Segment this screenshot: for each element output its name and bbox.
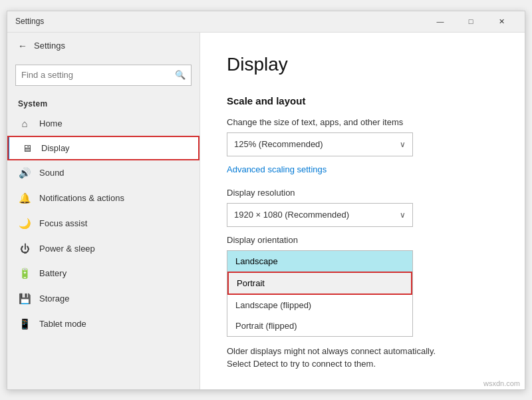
- sidebar-item-label: Sound: [39, 168, 65, 178]
- sidebar-item-label: Home: [39, 118, 63, 128]
- search-icon: 🔍: [175, 70, 186, 80]
- sidebar-item-focus[interactable]: 🌙 Focus assist: [7, 211, 200, 236]
- sidebar-item-storage[interactable]: 💾 Storage: [7, 286, 200, 311]
- scale-dropdown-text: 125% (Recommended): [234, 139, 323, 149]
- search-box[interactable]: 🔍: [15, 65, 192, 86]
- resolution-dropdown-text: 1920 × 1080 (Recommended): [234, 210, 349, 220]
- maximize-button[interactable]: □: [456, 11, 486, 32]
- sound-icon: 🔊: [18, 167, 31, 179]
- tablet-icon: 📱: [18, 318, 31, 330]
- settings-window: Settings — □ ✕ ← Settings 🔍 System ⌂ Hom…: [7, 11, 525, 390]
- titlebar: Settings — □ ✕: [7, 11, 525, 33]
- storage-icon: 💾: [18, 293, 31, 305]
- sidebar-item-label: Battery: [39, 268, 66, 278]
- titlebar-title: Settings: [15, 17, 425, 26]
- sidebar-item-home[interactable]: ⌂ Home: [7, 111, 200, 136]
- orientation-option-landscape-flipped[interactable]: Landscape (flipped): [227, 295, 412, 315]
- focus-icon: 🌙: [18, 218, 31, 230]
- orientation-dropdown-open: Landscape Portrait Landscape (flipped) P…: [227, 250, 413, 337]
- info-text: Older displays might not always connect …: [227, 345, 453, 371]
- sidebar-item-label: Power & sleep: [39, 244, 95, 254]
- sidebar-item-tablet[interactable]: 📱 Tablet mode: [7, 311, 200, 337]
- close-button[interactable]: ✕: [486, 11, 517, 32]
- orientation-option-portrait[interactable]: Portrait: [227, 272, 412, 295]
- sidebar-back-button[interactable]: ← Settings: [7, 33, 200, 59]
- sidebar-item-label: Tablet mode: [39, 319, 86, 329]
- orientation-label: Display orientation: [227, 235, 498, 245]
- sidebar-item-display[interactable]: 🖥 Display: [7, 136, 200, 160]
- page-title: Display: [227, 54, 498, 75]
- orientation-option-portrait-flipped[interactable]: Portrait (flipped): [227, 315, 412, 336]
- display-icon: 🖥: [20, 142, 33, 154]
- scale-dropdown-arrow: ∨: [400, 140, 406, 149]
- resolution-label: Display resolution: [227, 188, 498, 198]
- orientation-option-landscape[interactable]: Landscape: [227, 251, 412, 272]
- scale-label: Change the size of text, apps, and other…: [227, 117, 498, 127]
- sidebar-back-label: Settings: [34, 41, 65, 51]
- advanced-scaling-link[interactable]: Advanced scaling settings: [227, 164, 498, 174]
- notifications-icon: 🔔: [18, 192, 31, 204]
- sidebar-section-label: System: [7, 94, 200, 111]
- titlebar-controls: — □ ✕: [425, 11, 517, 32]
- sidebar-item-label: Focus assist: [39, 218, 87, 228]
- minimize-button[interactable]: —: [425, 11, 456, 32]
- sidebar-item-label: Display: [41, 143, 70, 153]
- sidebar-item-sound[interactable]: 🔊 Sound: [7, 160, 200, 186]
- sidebar-item-notifications[interactable]: 🔔 Notifications & actions: [7, 186, 200, 211]
- battery-icon: 🔋: [18, 268, 31, 280]
- section-scale-title: Scale and layout: [227, 95, 498, 106]
- back-arrow-icon: ←: [18, 41, 27, 51]
- sidebar-item-label: Notifications & actions: [39, 193, 124, 203]
- resolution-dropdown-arrow: ∨: [400, 210, 406, 220]
- sidebar-item-battery[interactable]: 🔋 Battery: [7, 261, 200, 286]
- sidebar-item-power[interactable]: ⏻ Power & sleep: [7, 236, 200, 261]
- search-input[interactable]: [21, 70, 175, 80]
- resolution-dropdown[interactable]: 1920 × 1080 (Recommended) ∨: [227, 203, 413, 227]
- main-content: Display Scale and layout Change the size…: [200, 33, 525, 389]
- content-area: ← Settings 🔍 System ⌂ Home 🖥 Display 🔊 S…: [7, 33, 525, 389]
- sidebar-item-label: Storage: [39, 294, 70, 303]
- scale-dropdown[interactable]: 125% (Recommended) ∨: [227, 132, 413, 156]
- home-icon: ⌂: [18, 118, 31, 129]
- sidebar: ← Settings 🔍 System ⌂ Home 🖥 Display 🔊 S…: [7, 33, 200, 389]
- power-icon: ⏻: [18, 243, 31, 254]
- watermark: wsxdn.com: [483, 379, 520, 387]
